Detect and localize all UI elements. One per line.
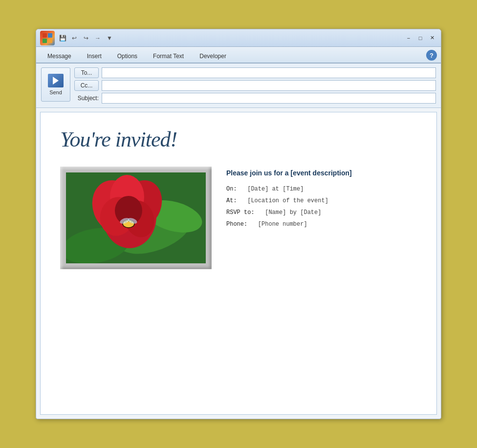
rsvp-label: RSVP to: [226,209,255,216]
help-button[interactable]: ? [426,50,437,61]
phone-line: Phone: [Phone number] [226,221,417,228]
to-input[interactable] [102,67,436,78]
window-controls: − □ ✕ [404,34,437,42]
tab-developer[interactable]: Developer [192,49,234,63]
event-details: Please join us for a [event description]… [226,167,417,233]
subject-row: Subject: [74,93,436,104]
close-button[interactable]: ✕ [427,34,437,42]
at-line: At: [Location of the event] [226,197,417,204]
send-icon [48,74,64,87]
to-row: To... [74,67,436,78]
email-fields: To... Cc... Subject: [74,67,436,104]
content-area: Please join us for a [event description]… [60,167,417,269]
flower-frame [60,167,212,269]
to-button[interactable]: To... [74,67,99,78]
ribbon: Message Insert Options Format Text Devel… [36,47,441,64]
phone-value: [Phone number] [258,221,307,228]
redo-quick-btn[interactable]: ↪ [81,33,91,43]
rsvp-value: [Name] by [Date] [265,209,321,216]
on-line: On: [Date] at [Time] [226,186,417,192]
ribbon-tab-bar: Message Insert Options Format Text Devel… [36,47,441,63]
tab-options[interactable]: Options [110,49,145,63]
cc-button[interactable]: Cc... [74,80,99,91]
send-quick-btn[interactable]: → [93,33,103,43]
svg-rect-3 [48,39,52,43]
minimize-button[interactable]: − [404,34,413,42]
phone-label: Phone: [226,221,247,228]
cc-row: Cc... [74,80,436,91]
rsvp-line: RSVP to: [Name] by [Date] [226,209,417,216]
event-description-label: Please join us for a [event description] [226,169,417,177]
tab-format-text[interactable]: Format Text [146,49,191,63]
svg-rect-0 [43,33,47,38]
at-label: At: [226,197,237,204]
svg-rect-1 [48,33,52,38]
send-label: Send [49,89,62,95]
tab-message[interactable]: Message [40,49,79,63]
svg-rect-2 [43,39,47,43]
send-button[interactable]: Send [41,67,70,102]
outlook-window: 💾 ↩ ↪ → ▼ − □ ✕ Message Insert Options F… [36,29,441,419]
subject-input[interactable] [102,93,436,104]
ribbon-tabs-left: Message Insert Options Format Text Devel… [40,49,234,63]
on-label: On: [226,186,237,192]
email-body[interactable]: You're invited! [40,112,437,415]
office-logo [40,31,55,45]
flower-image [66,172,206,263]
title-bar: 💾 ↩ ↪ → ▼ − □ ✕ [36,29,441,47]
maximize-button[interactable]: □ [415,34,425,42]
email-form: Send To... Cc... Subject: [36,64,441,108]
cc-input[interactable] [102,80,436,91]
quick-access-toolbar: 💾 ↩ ↪ → ▼ [58,33,114,43]
save-quick-btn[interactable]: 💾 [58,33,67,43]
invited-heading: You're invited! [60,127,417,152]
subject-label: Subject: [74,95,99,102]
at-value: [Location of the event] [247,197,328,204]
undo-quick-btn[interactable]: ↩ [69,33,79,43]
title-bar-left: 💾 ↩ ↪ → ▼ [40,31,114,45]
on-value: [Date] at [Time] [247,186,304,192]
more-quick-btn[interactable]: ▼ [105,33,114,43]
tab-insert[interactable]: Insert [80,49,109,63]
